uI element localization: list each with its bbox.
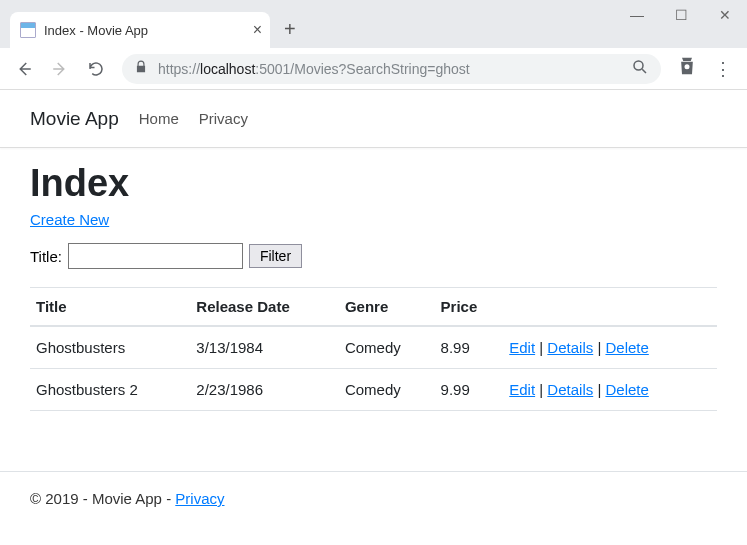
maximize-button[interactable]: ☐ — [659, 0, 703, 30]
kebab-icon: ⋮ — [714, 59, 732, 79]
address-bar[interactable]: https:// localhost :5001 /Movies?SearchS… — [122, 54, 661, 84]
table-row: Ghostbusters 2 2/23/1986 Comedy 9.99 Edi… — [30, 369, 717, 411]
col-release: Release Date — [190, 288, 339, 327]
lock-icon — [134, 60, 148, 77]
page-footer: © 2019 - Movie App - Privacy — [0, 471, 747, 525]
filter-label: Title: — [30, 248, 62, 265]
footer-text: © 2019 - Movie App - — [30, 490, 175, 507]
table-header-row: Title Release Date Genre Price — [30, 288, 717, 327]
col-title: Title — [30, 288, 190, 327]
page-viewport[interactable]: Movie App Home Privacy Index Create New … — [0, 90, 747, 545]
forward-button[interactable] — [44, 53, 76, 85]
delete-link[interactable]: Delete — [605, 381, 648, 398]
footer-privacy-link[interactable]: Privacy — [175, 490, 224, 507]
col-actions — [503, 288, 717, 327]
movies-table: Title Release Date Genre Price Ghostbust… — [30, 287, 717, 411]
minimize-button[interactable]: — — [615, 0, 659, 30]
close-window-button[interactable]: ✕ — [703, 0, 747, 30]
arrow-left-icon — [15, 60, 33, 78]
reload-icon — [87, 60, 105, 78]
cell-price: 9.99 — [435, 369, 504, 411]
window-controls: — ☐ ✕ — [615, 0, 747, 30]
cell-actions: Edit | Details | Delete — [503, 326, 717, 369]
browser-tab[interactable]: Index - Movie App × — [10, 12, 270, 48]
menu-button[interactable]: ⋮ — [707, 58, 739, 80]
url-path: /Movies?SearchString=ghost — [290, 61, 469, 77]
filter-button[interactable]: Filter — [249, 244, 302, 268]
url-port: :5001 — [255, 61, 290, 77]
profile-icon — [677, 56, 697, 76]
details-link[interactable]: Details — [547, 339, 593, 356]
col-price: Price — [435, 288, 504, 327]
url-host: localhost — [200, 61, 255, 77]
delete-link[interactable]: Delete — [605, 339, 648, 356]
cell-genre: Comedy — [339, 369, 435, 411]
create-new-link[interactable]: Create New — [30, 211, 109, 228]
svg-point-0 — [634, 61, 643, 70]
edit-link[interactable]: Edit — [509, 339, 535, 356]
details-link[interactable]: Details — [547, 381, 593, 398]
new-tab-button[interactable]: + — [284, 18, 296, 41]
col-genre: Genre — [339, 288, 435, 327]
cell-release: 2/23/1986 — [190, 369, 339, 411]
arrow-right-icon — [51, 60, 69, 78]
browser-toolbar: https:// localhost :5001 /Movies?SearchS… — [0, 48, 747, 90]
title-input[interactable] — [68, 243, 243, 269]
profile-button[interactable] — [671, 56, 703, 81]
app-navbar: Movie App Home Privacy — [0, 90, 747, 148]
cell-title: Ghostbusters 2 — [30, 369, 190, 411]
filter-form: Title: Filter — [30, 243, 717, 269]
cell-genre: Comedy — [339, 326, 435, 369]
favicon-icon — [20, 22, 36, 38]
brand-link[interactable]: Movie App — [30, 108, 119, 130]
page-heading: Index — [30, 162, 717, 205]
tab-title: Index - Movie App — [44, 23, 148, 38]
cell-release: 3/13/1984 — [190, 326, 339, 369]
cell-price: 8.99 — [435, 326, 504, 369]
cell-title: Ghostbusters — [30, 326, 190, 369]
nav-privacy[interactable]: Privacy — [199, 110, 248, 127]
url-scheme: https:// — [158, 61, 200, 77]
table-row: Ghostbusters 3/13/1984 Comedy 8.99 Edit … — [30, 326, 717, 369]
cell-actions: Edit | Details | Delete — [503, 369, 717, 411]
back-button[interactable] — [8, 53, 40, 85]
reload-button[interactable] — [80, 53, 112, 85]
window-titlebar: Index - Movie App × + — ☐ ✕ — [0, 0, 747, 48]
nav-home[interactable]: Home — [139, 110, 179, 127]
search-icon[interactable] — [631, 58, 649, 79]
close-tab-icon[interactable]: × — [253, 21, 262, 39]
edit-link[interactable]: Edit — [509, 381, 535, 398]
page-content: Index Create New Title: Filter Title Rel… — [0, 148, 747, 441]
